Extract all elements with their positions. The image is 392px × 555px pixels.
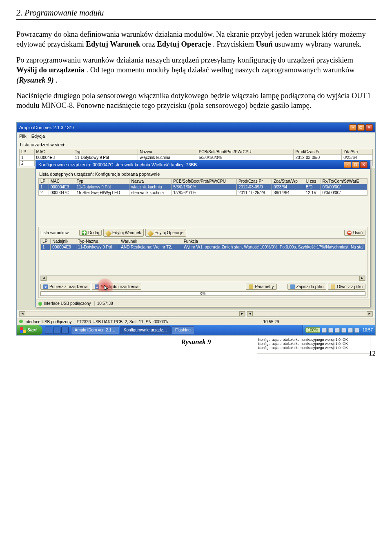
tray-percent[interactable]: 100% <box>305 327 320 333</box>
maximize-button[interactable] <box>357 124 365 131</box>
download-icon <box>43 284 48 289</box>
outer-scrollbars: ◄ ► ◄ ► <box>17 310 375 318</box>
tray-icon[interactable] <box>328 328 333 333</box>
menu-edycja[interactable]: Edycja <box>31 134 45 139</box>
taskbar-item[interactable]: Ampio iDom ver. 2.1… <box>71 326 119 334</box>
figure-9: Ampio iDom ver. 2.1.3.1317 Plik Edycja L… <box>16 122 376 346</box>
dialog-device-table[interactable]: LP MAC Typ Nazwa PCB/Soft/Boot/Prot/PWrC… <box>38 178 368 196</box>
open-icon <box>331 284 335 289</box>
progress-bar: 0% <box>40 291 365 296</box>
conditions-scrollbar[interactable]: ◄ ► <box>40 275 365 281</box>
tray-icon[interactable] <box>335 328 340 333</box>
outer-status-time: 10:55:29 <box>263 320 279 324</box>
paragraph-1: Powracamy do okna definiowania warunków … <box>16 29 376 49</box>
menu-plik[interactable]: Plik <box>19 134 27 139</box>
tray-icon[interactable] <box>354 328 359 333</box>
th-pcb[interactable]: PCB/Soft/Boot/Prot/PWrCPU <box>197 149 294 154</box>
scroll-left-icon[interactable]: ◄ <box>41 276 47 281</box>
dialog-minimize-button[interactable] <box>344 161 351 168</box>
quicklaunch-icon[interactable] <box>53 327 60 334</box>
scroll-right-icon[interactable]: ► <box>239 311 245 316</box>
table-row[interactable]: 1 000004E3 11-Dotykowy 9 Pól AND Reakcja… <box>41 244 365 250</box>
dialog-window-controls <box>344 161 368 168</box>
dialog-body: Lista dostępnych urządzeń: Konfiguracja … <box>36 169 370 300</box>
outer-titlebar[interactable]: Ampio iDom ver. 2.1.3.1317 <box>17 123 375 132</box>
tray-icon[interactable] <box>348 328 353 333</box>
send-toolbar: Pobierz z urządzenia Wyślij do urządzeni… <box>40 284 365 290</box>
th-lp[interactable]: LP <box>20 149 35 154</box>
edit-condition-button[interactable]: Edytuj Warunek <box>103 229 144 237</box>
start-button[interactable]: Start <box>17 325 42 335</box>
outer-scrollbar-left[interactable]: ◄ ► <box>19 311 245 317</box>
system-tray: 100% 10:57 <box>303 325 375 335</box>
quicklaunch-icon[interactable] <box>61 327 69 334</box>
close-button[interactable] <box>365 124 373 131</box>
open-from-file-button[interactable]: Otwórz z pliku <box>328 284 365 290</box>
paragraph-3: Naciśnięcie drugiego pola sensorowego wł… <box>16 91 376 111</box>
table-header-row: LP MAC Typ Nazwa PCB/Soft/Boot/Prot/PWrC… <box>39 178 368 184</box>
outer-title: Ampio iDom ver. 2.1.3.1317 <box>19 125 75 130</box>
dialog-titlebar[interactable]: Konfigurownie urządzenia: 0000047C stero… <box>36 160 370 169</box>
conditions-table[interactable]: LP Nadajnik Typ-Nazwa Warunek Funkcja 1 … <box>40 238 365 250</box>
parameters-button[interactable]: Parametry <box>246 284 276 290</box>
taskbar-item[interactable]: Flashing <box>172 326 194 334</box>
p1mid: oraz <box>142 40 157 48</box>
outer-status-ft: FT232R USB UART PCB: 2, Soft: 11, SN: 00… <box>77 320 169 324</box>
dialog-maximize-button[interactable] <box>352 161 359 168</box>
log-area[interactable]: Konfiguracja protokołu komunikacyjnego w… <box>257 337 370 354</box>
start-label: Start <box>27 328 37 332</box>
quicklaunch <box>43 327 70 334</box>
dialog-statusbar: Interface USB podłączony 10:57:38 <box>36 300 370 307</box>
scroll-right-icon[interactable]: ► <box>359 276 365 281</box>
table-header-row: LP MAC Typ Nazwa PCB/Soft/Boot/Prot/PWrC… <box>20 149 373 154</box>
p2a: Po zaprogramowaniu warunków działania na… <box>16 56 353 64</box>
p2-b1: Wyślij do urządzenia <box>16 66 85 74</box>
scroll-right-icon[interactable]: ► <box>367 311 372 316</box>
status-led-icon <box>19 320 23 323</box>
tray-icon[interactable] <box>322 328 327 333</box>
quicklaunch-icon[interactable] <box>45 327 52 334</box>
minimize-button[interactable] <box>349 124 356 131</box>
wand-icon <box>249 284 253 289</box>
th-nazwa[interactable]: Nazwa <box>138 149 197 154</box>
th-typ[interactable]: Typ <box>73 149 138 154</box>
windows-logo-icon <box>20 327 26 333</box>
p2-i1: (Rysunek 9) <box>16 76 54 84</box>
add-button[interactable]: Dodaj <box>79 230 102 236</box>
th-zda[interactable]: Zda/Sta <box>342 149 373 154</box>
status-led-icon <box>38 302 42 306</box>
log-line: Konfiguracja protokołu komunikacyjnego w… <box>258 342 369 346</box>
dialog-close-button[interactable] <box>360 161 368 168</box>
conditions-toolbar: Lista warunkow Dodaj Edytuj Warunek Edyt… <box>40 229 365 237</box>
delete-button[interactable]: Usuń <box>344 230 365 236</box>
config-dialog: Konfigurownie urządzenia: 0000047C stero… <box>36 160 370 307</box>
taskbar-item[interactable]: Konfigurownie urządz… <box>120 326 171 334</box>
tray-icon[interactable] <box>341 328 346 333</box>
th-prod[interactable]: Prod/Czas Pr <box>294 149 342 154</box>
table-header-row: LP Nadajnik Typ-Nazwa Warunek Funkcja <box>41 238 365 244</box>
delete-icon <box>347 231 352 235</box>
download-from-device-button[interactable]: Pobierz z urządzenia <box>40 284 90 290</box>
table-row[interactable]: 2 0000047C 15-Ster 8wej+8Wyj LED sterown… <box>39 190 368 195</box>
log-line: Konfiguracja protokołu komunikacyjnego w… <box>258 346 369 350</box>
screenshot: Ampio iDom ver. 2.1.3.1317 Plik Edycja L… <box>16 122 376 336</box>
outer-statusbar: Interface USB podłączony FT232R USB UART… <box>17 318 375 325</box>
scroll-left-icon[interactable]: ◄ <box>247 311 253 316</box>
save-to-file-button[interactable]: Zapisz do pliku <box>287 284 327 290</box>
outer-list-label: Lista urządzeń w sieci: <box>20 142 373 147</box>
conditions-region: Lista warunkow Dodaj Edytuj Warunek Edyt… <box>38 227 368 298</box>
conditions-label: Lista warunkow <box>40 231 69 235</box>
outer-window-controls <box>349 124 373 131</box>
th-mac[interactable]: MAC <box>34 149 73 154</box>
edit-operations-button[interactable]: Edytuj Operacje <box>145 229 186 237</box>
dialog-list-label: Lista dostępnych urządzeń: Konfiguracja … <box>39 172 368 177</box>
send-to-device-button[interactable]: Wyślij do urządzenia <box>92 284 141 290</box>
p1-b1: Edytuj Warunek <box>86 40 140 48</box>
scroll-left-icon[interactable]: ◄ <box>20 311 25 316</box>
outer-status-usb: Interface USB podłączony <box>24 320 72 324</box>
save-icon <box>290 284 295 289</box>
p1c: . Przyciskiem <box>213 40 256 48</box>
table-row[interactable]: 1 000004E3 11-Dotykowy 9 Pól włącznik ku… <box>39 184 368 190</box>
outer-scrollbar-right[interactable]: ◄ ► <box>247 311 373 317</box>
tray-clock[interactable]: 10:57 <box>363 328 373 332</box>
